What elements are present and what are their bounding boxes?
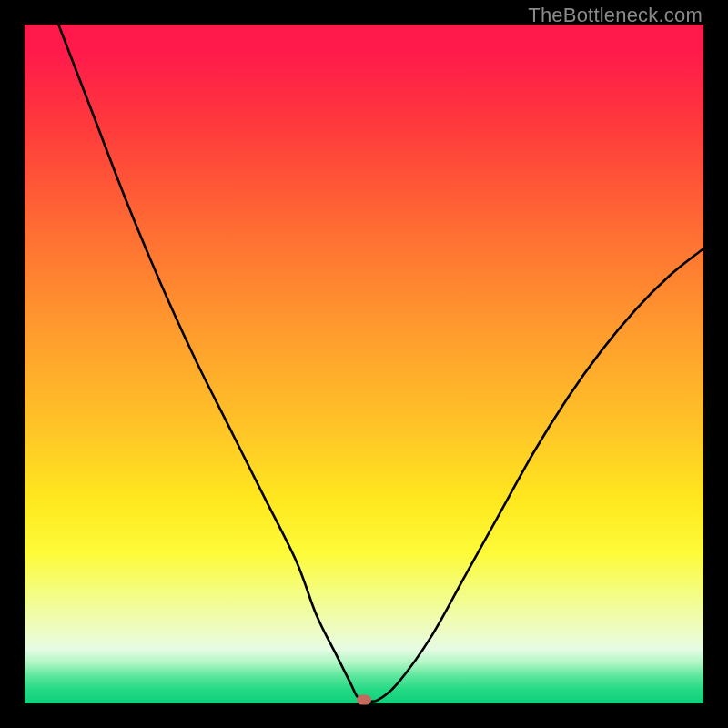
watermark-text: TheBottleneck.com — [528, 4, 703, 27]
chart-frame: TheBottleneck.com — [0, 0, 728, 728]
plot-area — [25, 25, 703, 703]
optimum-marker — [357, 695, 371, 705]
bottleneck-curve — [25, 25, 703, 703]
curve-path — [58, 25, 703, 702]
